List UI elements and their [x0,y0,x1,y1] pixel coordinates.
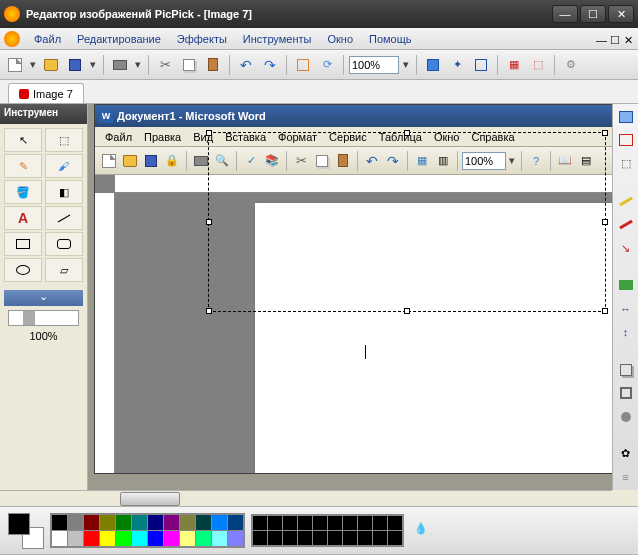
color-swatch[interactable] [212,515,227,530]
word-paste-button[interactable] [333,151,353,171]
copy-button[interactable] [178,54,200,76]
menu-effects[interactable]: Эффекты [169,30,235,48]
capture-screen-button[interactable] [617,108,635,126]
color-swatch[interactable] [68,531,83,546]
flip-h-button[interactable]: ↔ [617,300,635,318]
close-button[interactable]: ✕ [608,5,634,23]
custom-swatch[interactable] [358,516,372,530]
canvas-area[interactable]: W Документ1 - Microsoft Word Файл Правка… [88,104,612,490]
color-swatch[interactable] [196,515,211,530]
word-preview-button[interactable]: 🔍 [212,151,232,171]
flip-v-button[interactable]: ↕ [617,324,635,342]
color-swatch[interactable] [84,531,99,546]
word-cut-button[interactable]: ✂ [291,151,311,171]
foreground-color[interactable] [8,513,30,535]
custom-swatch[interactable] [343,516,357,530]
word-spell-button[interactable]: ✓ [241,151,261,171]
color-swatch[interactable] [164,515,179,530]
custom-swatch[interactable] [328,516,342,530]
effect-frame-button[interactable] [617,384,635,402]
word-new-button[interactable] [99,151,119,171]
capture-window-button[interactable] [617,132,635,150]
color-swatch[interactable] [148,515,163,530]
mdi-close-button[interactable]: ✕ [624,34,634,44]
color-swatch[interactable] [84,515,99,530]
minimize-button[interactable]: — [552,5,578,23]
custom-swatch[interactable] [253,531,267,545]
redo-button[interactable]: ↷ [259,54,281,76]
stamp-button[interactable]: ✿ [617,445,635,463]
line-width-slider[interactable] [8,310,79,326]
word-columns-button[interactable]: ▥ [433,151,453,171]
word-menu-view[interactable]: Вид [187,129,219,145]
custom-swatch[interactable] [373,516,387,530]
custom-swatch[interactable] [268,531,282,545]
word-menu-file[interactable]: Файл [99,129,138,145]
custom-swatch[interactable] [313,531,327,545]
grid-button[interactable]: ▦ [503,54,525,76]
word-menu-service[interactable]: Сервис [323,129,373,145]
word-page[interactable] [255,203,612,473]
tool-pointer[interactable]: ↖ [4,128,42,152]
rotate-button[interactable]: ⟳ [316,54,338,76]
color-swatch[interactable] [228,515,243,530]
tool-rounded-rect[interactable] [45,232,83,256]
color-swatch[interactable] [100,531,115,546]
word-research-button[interactable]: 📚 [262,151,282,171]
word-copy-button[interactable] [312,151,332,171]
menu-window[interactable]: Окно [319,30,361,48]
tool-polygon[interactable]: ▱ [45,258,83,282]
undo-button[interactable]: ↶ [235,54,257,76]
tool-brush[interactable]: 🖌 [45,154,83,178]
effect-shadow-button[interactable] [617,361,635,379]
color-swatch[interactable] [52,531,67,546]
color-swatch[interactable] [116,531,131,546]
horizontal-scrollbar[interactable] [0,490,612,506]
word-menu-window[interactable]: Окно [428,129,466,145]
color-swatch[interactable] [164,531,179,546]
mdi-restore-button[interactable]: ☐ [610,34,620,44]
menu-file[interactable]: Файл [26,30,69,48]
custom-swatch[interactable] [388,516,402,530]
custom-swatch[interactable] [343,531,357,545]
highlight-red-button[interactable] [617,216,635,234]
select-all-button[interactable]: ⬚ [527,54,549,76]
print-button[interactable] [109,54,131,76]
resize-button[interactable] [292,54,314,76]
color-swatch[interactable] [148,531,163,546]
word-menu-edit[interactable]: Правка [138,129,187,145]
fit-button[interactable]: ✦ [446,54,468,76]
tools-expand-button[interactable]: ⌄ [4,290,83,306]
mdi-minimize-button[interactable]: — [596,34,606,44]
menu-tools[interactable]: Инструменты [235,30,320,48]
highlight-yellow-button[interactable] [617,192,635,210]
tool-text[interactable]: A [4,206,42,230]
new-dropdown[interactable]: ▾ [28,58,38,71]
custom-swatch[interactable] [298,531,312,545]
arrow-tool-button[interactable]: ↘ [617,239,635,257]
new-button[interactable] [4,54,26,76]
word-menu-table[interactable]: Таблица [373,129,428,145]
zoom-dropdown[interactable]: ▾ [401,58,411,71]
word-zoom-dropdown[interactable]: ▾ [507,154,517,167]
open-button[interactable] [40,54,62,76]
custom-swatch[interactable] [298,516,312,530]
tool-fill[interactable]: 🪣 [4,180,42,204]
color-swatch[interactable] [132,531,147,546]
custom-swatch[interactable] [268,516,282,530]
color-swatch[interactable] [180,531,195,546]
settings-button[interactable]: ⚙ [560,54,582,76]
word-permission-button[interactable]: 🔒 [162,151,182,171]
word-help-button[interactable]: ? [526,151,546,171]
word-read-button[interactable]: 📖 [555,151,575,171]
word-save-button[interactable] [141,151,161,171]
custom-swatch[interactable] [283,531,297,545]
tool-ellipse[interactable] [4,258,42,282]
word-ruler-horizontal[interactable] [115,175,612,193]
cut-button[interactable]: ✂ [154,54,176,76]
tool-line[interactable] [45,206,83,230]
shape-fill-button[interactable] [617,277,635,295]
zoom-input[interactable] [349,56,399,74]
save-button[interactable] [64,54,86,76]
color-swatch[interactable] [196,531,211,546]
